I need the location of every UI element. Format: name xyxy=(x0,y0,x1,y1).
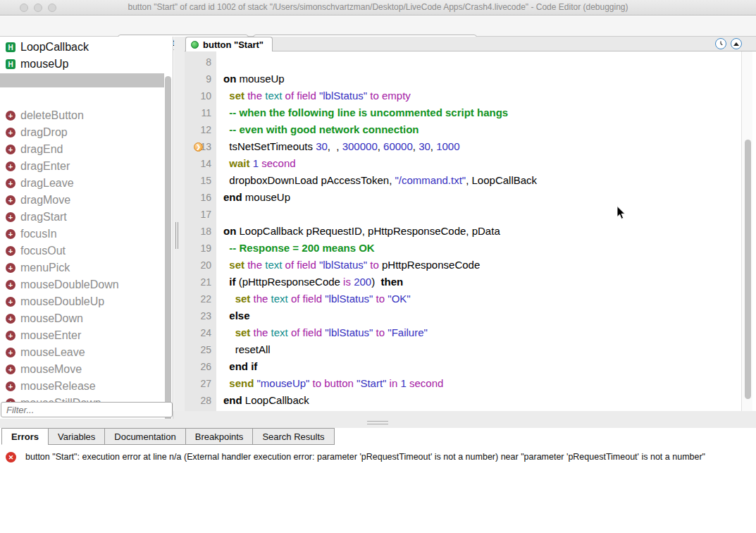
close-window-button[interactable] xyxy=(20,4,28,12)
line-number-gutter[interactable]: 14 xyxy=(185,155,216,172)
bottom-tab-breakpoints[interactable]: Breakpoints xyxy=(185,428,254,445)
line-number-gutter[interactable]: 10 xyxy=(185,87,216,104)
code-line[interactable]: 24 set the text of field "lblStatus" to … xyxy=(185,324,741,341)
code-line-text[interactable]: send "mouseUp" to button "Start" in 1 se… xyxy=(216,375,443,392)
code-line[interactable]: 11 -- when the following line is uncomme… xyxy=(185,104,741,121)
code-line-text[interactable]: set the text of field "lblStatus" to "OK… xyxy=(216,290,411,307)
code-line-text[interactable]: set the text of field "lblStatus" to emp… xyxy=(216,87,411,104)
line-number-gutter[interactable]: 8 xyxy=(185,54,216,71)
line-number-gutter[interactable]: 19 xyxy=(185,240,216,257)
line-number-gutter[interactable]: 18 xyxy=(185,223,216,240)
code-line-text[interactable]: end LoopCallback xyxy=(216,392,309,409)
editor-scrollbar-thumb[interactable] xyxy=(745,140,751,399)
line-number-gutter[interactable]: 21 xyxy=(185,274,216,290)
code-line-text[interactable]: on LoopCallback pRequestID, pHttpRespons… xyxy=(216,223,500,240)
code-line[interactable]: 16end mouseUp xyxy=(185,189,741,206)
code-line-text[interactable]: tsNetSetTimeouts 30, , 300000, 60000, 30… xyxy=(216,138,460,155)
line-number-gutter[interactable]: 11 xyxy=(185,104,216,121)
event-item[interactable]: +focusOut xyxy=(0,243,173,259)
sidebar-scrollbar[interactable] xyxy=(165,76,171,419)
event-item[interactable]: +mouseEnter xyxy=(0,327,173,344)
code-line[interactable]: 27 send "mouseUp" to button "Start" in 1… xyxy=(185,375,741,392)
code-line[interactable]: 15 dropboxDownLoad pAccessToken, "/comma… xyxy=(185,172,741,189)
code-line-text[interactable]: dropboxDownLoad pAccessToken, "/command.… xyxy=(216,172,537,189)
line-number-gutter[interactable]: 20 xyxy=(185,257,216,274)
event-item[interactable]: +focusIn xyxy=(0,226,173,243)
event-item[interactable]: +dragStart xyxy=(0,209,173,226)
bottom-tab-variables[interactable]: Variables xyxy=(48,428,105,445)
divider-grip-icon[interactable] xyxy=(175,222,180,249)
bottom-tab-errors[interactable]: Errors xyxy=(1,428,49,445)
code-line[interactable]: 18on LoopCallback pRequestID, pHttpRespo… xyxy=(185,223,741,240)
line-number-gutter[interactable]: 25 xyxy=(185,341,216,358)
event-item[interactable]: +dragMove xyxy=(0,192,173,209)
code-line[interactable]: 26 end if xyxy=(185,358,741,375)
code-line[interactable]: ❯13 tsNetSetTimeouts 30, , 300000, 60000… xyxy=(185,138,741,155)
selected-empty-row[interactable] xyxy=(0,73,164,87)
line-number-gutter[interactable]: 17 xyxy=(185,206,216,223)
code-line[interactable]: 28end LoopCallback xyxy=(185,392,741,409)
code-line-text[interactable]: -- even with good network connection xyxy=(216,121,419,138)
code-line[interactable]: 19 -- Response = 200 means OK xyxy=(185,240,741,257)
script-tab[interactable]: button "Start" xyxy=(185,37,273,51)
editor-scrollbar-track[interactable] xyxy=(741,51,752,411)
code-line[interactable]: 25 resetAll xyxy=(185,341,741,358)
event-item[interactable]: +deleteButton xyxy=(0,107,173,124)
code-line-text[interactable] xyxy=(216,206,223,223)
handler-item[interactable]: HLoopCallback xyxy=(0,39,173,56)
event-item[interactable]: +mouseDoubleDown xyxy=(0,276,173,293)
bottom-tab-search-results[interactable]: Search Results xyxy=(252,428,334,445)
line-number-gutter[interactable]: 16 xyxy=(185,189,216,206)
code-line-text[interactable] xyxy=(216,54,223,71)
handler-item[interactable]: HmouseUp xyxy=(0,56,173,73)
code-line-text[interactable]: wait 1 second xyxy=(216,155,296,172)
code-line[interactable]: 10 set the text of field "lblStatus" to … xyxy=(185,87,741,104)
code-line-text[interactable]: on mouseUp xyxy=(216,71,285,87)
event-item[interactable]: +mouseLeave xyxy=(0,344,173,361)
line-number-gutter[interactable]: 22 xyxy=(185,290,216,307)
error-row[interactable]: ✕ button "Start": execution error at lin… xyxy=(6,451,705,463)
code-line-text[interactable]: -- when the following line is uncommente… xyxy=(216,104,508,121)
zoom-window-button[interactable] xyxy=(48,4,56,12)
code-line-text[interactable]: end if xyxy=(216,358,257,375)
code-line[interactable]: 14 wait 1 second xyxy=(185,155,741,172)
splitter-grip-icon[interactable] xyxy=(367,421,388,425)
event-item[interactable]: +mouseDown xyxy=(0,310,173,327)
history-button[interactable] xyxy=(715,38,726,49)
event-item[interactable]: +dragLeave xyxy=(0,175,173,192)
line-number-gutter[interactable]: 27 xyxy=(185,375,216,392)
code-line[interactable]: 20 set the text of field "lblStatus" to … xyxy=(185,257,741,274)
line-number-gutter[interactable]: ❯13 xyxy=(185,138,216,155)
bottom-tab-documentation[interactable]: Documentation xyxy=(104,428,185,445)
code-line-text[interactable]: else xyxy=(216,307,250,324)
code-line[interactable]: 21 if (pHttpResponseCode is 200) then xyxy=(185,274,741,290)
event-item[interactable]: +mouseDoubleUp xyxy=(0,293,173,310)
collapse-button[interactable] xyxy=(731,38,742,49)
minimize-window-button[interactable] xyxy=(34,4,42,12)
code-line[interactable]: 8 xyxy=(185,54,741,71)
code-line-text[interactable]: -- Response = 200 means OK xyxy=(216,240,375,257)
line-number-gutter[interactable]: 9 xyxy=(185,71,216,87)
event-item[interactable]: +dragEnter xyxy=(0,158,173,175)
event-item[interactable]: +mouseRelease xyxy=(0,378,173,395)
code-line-text[interactable]: resetAll xyxy=(216,341,271,358)
line-number-gutter[interactable]: 15 xyxy=(185,172,216,189)
code-line[interactable]: 12 -- even with good network connection xyxy=(185,121,741,138)
filter-input[interactable] xyxy=(1,403,172,417)
event-item[interactable]: +dragDrop xyxy=(0,124,173,141)
code-line-text[interactable]: if (pHttpResponseCode is 200) then xyxy=(216,274,403,290)
current-line-marker-icon[interactable]: ❯ xyxy=(194,142,203,152)
code-line-text[interactable]: end mouseUp xyxy=(216,189,290,206)
code-line-text[interactable]: set the text of field "lblStatus" to pHt… xyxy=(216,257,480,274)
code-line-text[interactable]: set the text of field "lblStatus" to "Fa… xyxy=(216,324,428,341)
event-item[interactable]: +dragEnd xyxy=(0,141,173,158)
code-line[interactable]: 22 set the text of field "lblStatus" to … xyxy=(185,290,741,307)
line-number-gutter[interactable]: 23 xyxy=(185,307,216,324)
code-line[interactable]: 23 else xyxy=(185,307,741,324)
code-line[interactable]: 17 xyxy=(185,206,741,223)
line-number-gutter[interactable]: 28 xyxy=(185,392,216,409)
event-item[interactable]: +menuPick xyxy=(0,259,173,276)
event-item[interactable]: +mouseMove xyxy=(0,361,173,378)
line-number-gutter[interactable]: 26 xyxy=(185,358,216,375)
line-number-gutter[interactable]: 24 xyxy=(185,324,216,341)
